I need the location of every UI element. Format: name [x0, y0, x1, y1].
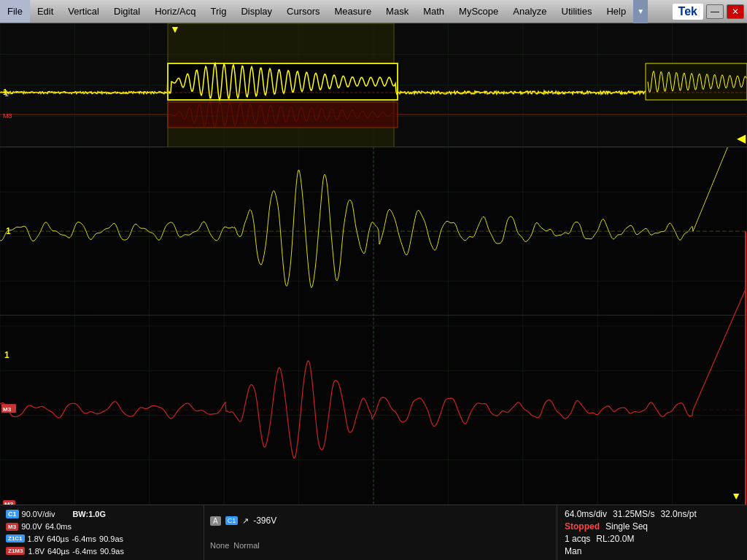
cursor-row: A C1 ↗ -396V: [210, 516, 551, 526]
menu-trig[interactable]: Trig: [203, 0, 233, 23]
z1c1-row: Z1C1 1.8V 640µs -6.4ms 90.9as: [6, 534, 198, 543]
status-stopped: Stopped: [565, 521, 600, 532]
menu-digital[interactable]: Digital: [107, 0, 147, 23]
menu-file[interactable]: File: [0, 0, 30, 23]
z1m3-us: 640µs: [47, 547, 69, 556]
close-button[interactable]: ✕: [727, 4, 744, 19]
menu-math[interactable]: Math: [416, 0, 452, 23]
menu-help[interactable]: Help: [599, 0, 633, 23]
menubar: File Edit Vertical Digital Horiz/Acq Tri…: [0, 0, 747, 23]
channel-info-section: C1 90.0V/div BW:1.0G M3 90.0V 64.0ms Z1C…: [0, 505, 204, 560]
menu-mask[interactable]: Mask: [379, 0, 416, 23]
z1m3-badge: Z1M3: [6, 547, 25, 555]
menu-analyze[interactable]: Analyze: [506, 0, 554, 23]
rl-val: RL:20.0M: [596, 534, 634, 544]
main-waveform-area: 1 M3 ▼: [0, 147, 747, 505]
c1-vdiv: 90.0V/div: [22, 510, 55, 518]
menu-edit[interactable]: Edit: [30, 0, 61, 23]
m3-val: 90.0V: [21, 522, 42, 531]
trigger-arrow-top: ▼: [170, 23, 180, 35]
acqs-val: 1 acqs: [565, 534, 590, 544]
tek-logo: Tek: [673, 4, 703, 20]
z1c1-badge: Z1C1: [6, 534, 25, 542]
z1c1-ms: -6.4ms: [71, 534, 96, 543]
cursor-mode-row: None Normal: [210, 541, 551, 550]
main-ch1-label: 1: [4, 350, 9, 360]
cursor-arrow-icon: ↗: [242, 516, 249, 526]
timebase-row: 64.0ms/div 31.25MS/s 32.0ns/pt: [565, 509, 740, 519]
c1-row: C1 90.0V/div BW:1.0G: [6, 510, 198, 518]
overview-waveform: 1 ▼ ◀: [0, 23, 747, 147]
status-row: Stopped Single Seq: [565, 521, 740, 532]
samplerate-val: 31.25MS/s: [613, 509, 654, 519]
z1m3-v: 1.8V: [28, 547, 44, 556]
menu-display[interactable]: Display: [233, 0, 279, 23]
menu-vertical[interactable]: Vertical: [61, 0, 107, 23]
z1c1-us: 640µs: [47, 534, 69, 543]
main-m3-badge: M3: [3, 500, 15, 505]
cursor-mode-label: None: [210, 541, 229, 550]
acq-mode-val: Single Seq: [605, 521, 648, 532]
z1m3-ms: -6.4ms: [72, 547, 97, 556]
menu-cursors[interactable]: Cursors: [279, 0, 328, 23]
menu-myscope[interactable]: MyScope: [452, 0, 506, 23]
z1c1-v: 1.8V: [28, 534, 44, 543]
z1m3-as: 90.9as: [100, 547, 124, 556]
cursor-a-badge: A: [210, 516, 221, 526]
m3-time: 64.0ms: [45, 522, 71, 531]
man-row: Man: [565, 546, 740, 556]
minimize-button[interactable]: —: [706, 4, 724, 19]
statusbar: C1 90.0V/div BW:1.0G M3 90.0V 64.0ms Z1C…: [0, 505, 747, 560]
timebase-val: 64.0ms/div: [565, 509, 607, 519]
trigger-arrow-bottom: ▼: [731, 490, 741, 502]
menu-measure[interactable]: Measure: [328, 0, 379, 23]
c1-bw: BW:1.0G: [72, 510, 106, 518]
cursor-type-label: Normal: [233, 541, 259, 550]
menu-utilities[interactable]: Utilities: [554, 0, 600, 23]
ns-pt-val: 32.0ns/pt: [660, 509, 696, 519]
acq-section: 64.0ms/div 31.25MS/s 32.0ns/pt Stopped S…: [557, 505, 747, 560]
acqs-row: 1 acqs RL:20.0M: [565, 534, 740, 544]
pan-arrow-right: ◀: [737, 131, 746, 145]
cursor-c1-badge: C1: [225, 516, 239, 525]
menu-dropdown-arrow[interactable]: ▼: [633, 0, 648, 23]
c1-badge: C1: [6, 510, 19, 518]
z1m3-row: Z1M3 1.8V 640µs -6.4ms 90.9as: [6, 547, 198, 556]
man-val: Man: [565, 546, 581, 556]
cursor-val: -396V: [253, 516, 276, 526]
menubar-right: Tek — ✕: [673, 4, 747, 20]
menu-horiz-acq[interactable]: Horiz/Acq: [147, 0, 203, 23]
overview-ch1-label: 1: [3, 88, 7, 96]
m3-badge: M3: [6, 523, 18, 531]
m3-row: M3 90.0V 64.0ms: [6, 522, 198, 531]
z1c1-as: 90.9as: [99, 534, 123, 543]
cursor-section: A C1 ↗ -396V None Normal: [204, 505, 557, 560]
